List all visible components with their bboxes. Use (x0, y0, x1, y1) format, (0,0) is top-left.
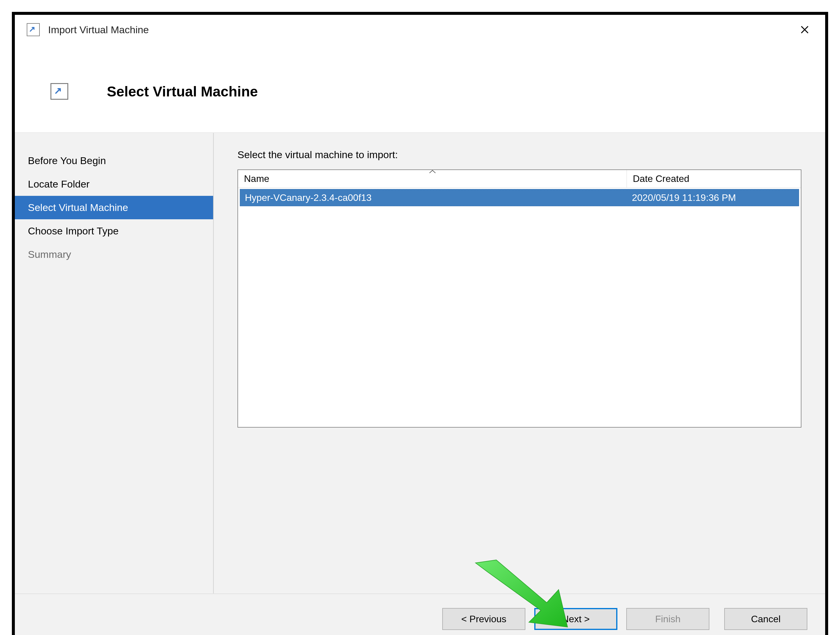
finish-button: Finish (626, 608, 709, 630)
vm-list[interactable]: Name Date Created Hyper-VCanary-2.3.4-ca… (237, 169, 801, 428)
import-arrow-icon (51, 83, 68, 100)
cancel-button[interactable]: Cancel (724, 608, 807, 630)
titlebar: Import Virtual Machine (15, 15, 825, 44)
column-name-label: Name (244, 173, 269, 184)
wizard-buttonbar: < Previous Next > Finish Cancel (15, 594, 825, 635)
step-summary: Summary (15, 243, 213, 266)
column-date-created[interactable]: Date Created (627, 170, 801, 188)
close-icon (800, 25, 810, 35)
vm-row-name: Hyper-VCanary-2.3.4-ca00f13 (240, 192, 627, 203)
vm-row[interactable]: Hyper-VCanary-2.3.4-ca00f13 2020/05/19 1… (240, 189, 799, 206)
page-heading: Select Virtual Machine (107, 84, 258, 100)
step-select-virtual-machine[interactable]: Select Virtual Machine (15, 196, 213, 219)
import-vm-dialog: Import Virtual Machine Select Virtual Ma… (12, 12, 828, 635)
next-button[interactable]: Next > (534, 608, 617, 630)
vm-list-header: Name Date Created (238, 170, 801, 188)
sort-ascending-icon (429, 169, 436, 173)
close-button[interactable] (791, 19, 818, 40)
column-name[interactable]: Name (238, 170, 627, 188)
page-banner: Select Virtual Machine (15, 44, 825, 133)
prompt-text: Select the virtual machine to import: (237, 149, 801, 161)
wizard-main: Select the virtual machine to import: Na… (214, 133, 825, 594)
window-title: Import Virtual Machine (48, 24, 149, 36)
previous-button[interactable]: < Previous (442, 608, 525, 630)
wizard-content: Before You Begin Locate Folder Select Vi… (15, 133, 825, 594)
step-before-you-begin[interactable]: Before You Begin (15, 149, 213, 172)
vm-list-body: Hyper-VCanary-2.3.4-ca00f13 2020/05/19 1… (238, 188, 801, 427)
wizard-steps: Before You Begin Locate Folder Select Vi… (15, 133, 214, 594)
step-locate-folder[interactable]: Locate Folder (15, 172, 213, 196)
import-arrow-icon (27, 23, 40, 36)
vm-row-date: 2020/05/19 11:19:36 PM (627, 192, 799, 203)
step-choose-import-type[interactable]: Choose Import Type (15, 219, 213, 243)
column-date-label: Date Created (633, 173, 689, 184)
